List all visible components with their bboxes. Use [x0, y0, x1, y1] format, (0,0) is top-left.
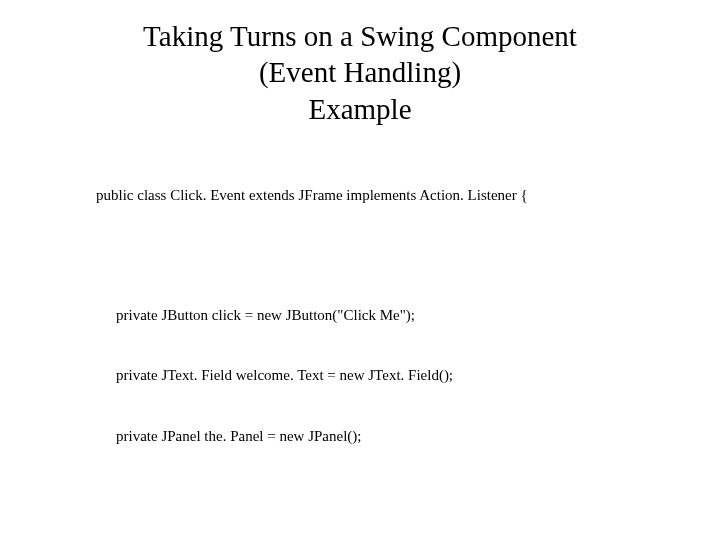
code-line: private JText. Field welcome. Text = new… — [96, 365, 720, 385]
title-line-2: (Event Handling) — [259, 56, 461, 88]
code-line: private JPanel the. Panel = new JPanel()… — [96, 426, 720, 446]
code-block: public class Click. Event extends JFrame… — [96, 145, 720, 540]
code-line: private JButton click = new JButton("Cli… — [96, 305, 720, 325]
title-line-1: Taking Turns on a Swing Component — [143, 20, 577, 52]
slide: Taking Turns on a Swing Component (Event… — [0, 0, 720, 540]
code-line: public class Click. Event extends JFrame… — [96, 185, 720, 205]
blank-line — [96, 487, 720, 505]
title-line-3: Example — [308, 93, 411, 125]
slide-title: Taking Turns on a Swing Component (Event… — [0, 18, 720, 127]
blank-line — [96, 246, 720, 264]
